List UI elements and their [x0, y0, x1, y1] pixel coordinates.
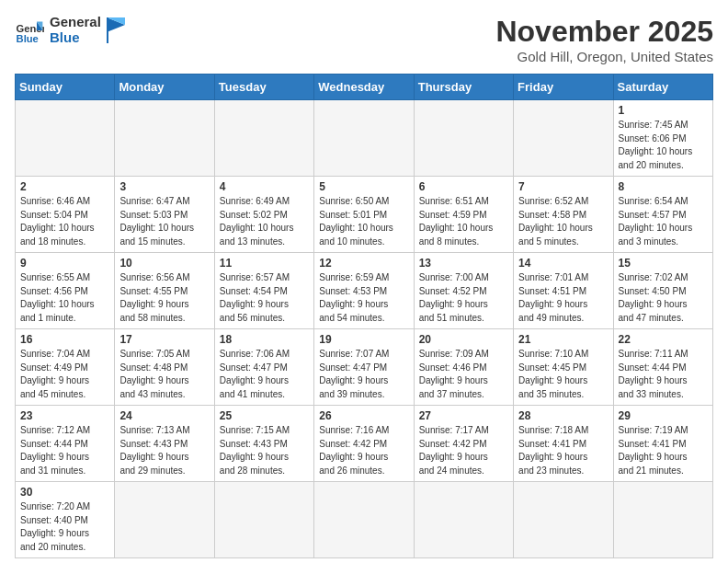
- calendar-week-row: 9Sunrise: 6:55 AM Sunset: 4:56 PM Daylig…: [16, 253, 713, 329]
- calendar-cell: 5Sunrise: 6:50 AM Sunset: 5:01 PM Daylig…: [314, 177, 414, 253]
- weekday-header-row: SundayMondayTuesdayWednesdayThursdayFrid…: [16, 75, 713, 100]
- day-info: Sunrise: 7:02 AM Sunset: 4:50 PM Dayligh…: [619, 271, 708, 325]
- day-info: Sunrise: 7:13 AM Sunset: 4:43 PM Dayligh…: [119, 424, 209, 477]
- calendar-cell: 1Sunrise: 7:45 AM Sunset: 6:06 PM Daylig…: [613, 100, 712, 177]
- calendar-cell: 19Sunrise: 7:07 AM Sunset: 4:47 PM Dayli…: [314, 329, 414, 406]
- weekday-header-thursday: Thursday: [414, 75, 513, 100]
- calendar-cell: [314, 100, 414, 177]
- day-info: Sunrise: 6:46 AM Sunset: 5:04 PM Dayligh…: [20, 195, 109, 248]
- day-info: Sunrise: 6:47 AM Sunset: 5:03 PM Dayligh…: [119, 195, 209, 248]
- weekday-header-sunday: Sunday: [16, 75, 115, 100]
- day-info: Sunrise: 6:50 AM Sunset: 5:01 PM Dayligh…: [319, 195, 408, 248]
- calendar-cell: 10Sunrise: 6:56 AM Sunset: 4:55 PM Dayli…: [115, 253, 214, 329]
- day-number: 18: [220, 333, 309, 346]
- calendar-cell: 22Sunrise: 7:11 AM Sunset: 4:44 PM Dayli…: [613, 329, 712, 406]
- month-title: November 2025: [495, 15, 713, 49]
- day-info: Sunrise: 6:51 AM Sunset: 4:59 PM Dayligh…: [419, 195, 508, 248]
- day-info: Sunrise: 7:11 AM Sunset: 4:44 PM Dayligh…: [619, 348, 708, 401]
- calendar-cell: [214, 482, 313, 558]
- generalblue-logo-icon: General Blue: [15, 16, 44, 45]
- calendar-cell: 2Sunrise: 6:46 AM Sunset: 5:04 PM Daylig…: [16, 177, 115, 253]
- calendar-cell: 6Sunrise: 6:51 AM Sunset: 4:59 PM Daylig…: [414, 177, 513, 253]
- day-number: 6: [419, 180, 508, 193]
- day-info: Sunrise: 7:16 AM Sunset: 4:42 PM Dayligh…: [319, 424, 408, 477]
- calendar-cell: 29Sunrise: 7:19 AM Sunset: 4:41 PM Dayli…: [613, 406, 712, 482]
- day-info: Sunrise: 7:15 AM Sunset: 4:43 PM Dayligh…: [220, 424, 309, 477]
- calendar-cell: [16, 100, 115, 177]
- day-info: Sunrise: 7:12 AM Sunset: 4:44 PM Dayligh…: [20, 424, 109, 477]
- day-info: Sunrise: 7:10 AM Sunset: 4:45 PM Dayligh…: [518, 348, 608, 401]
- day-number: 25: [220, 409, 309, 422]
- calendar-cell: [115, 482, 214, 558]
- day-number: 12: [319, 257, 408, 270]
- logo-general-text: General: [50, 15, 101, 30]
- day-number: 27: [419, 409, 508, 422]
- calendar-cell: [314, 482, 414, 558]
- calendar-cell: 20Sunrise: 7:09 AM Sunset: 4:46 PM Dayli…: [414, 329, 513, 406]
- calendar-cell: 3Sunrise: 6:47 AM Sunset: 5:03 PM Daylig…: [115, 177, 214, 253]
- calendar-week-row: 2Sunrise: 6:46 AM Sunset: 5:04 PM Daylig…: [16, 177, 713, 253]
- calendar-cell: 15Sunrise: 7:02 AM Sunset: 4:50 PM Dayli…: [613, 253, 712, 329]
- calendar-cell: 12Sunrise: 6:59 AM Sunset: 4:53 PM Dayli…: [314, 253, 414, 329]
- calendar-cell: 21Sunrise: 7:10 AM Sunset: 4:45 PM Dayli…: [514, 329, 613, 406]
- calendar-table: SundayMondayTuesdayWednesdayThursdayFrid…: [15, 74, 713, 558]
- day-info: Sunrise: 6:52 AM Sunset: 4:58 PM Dayligh…: [518, 195, 608, 248]
- logo-blue-text: Blue: [50, 30, 101, 46]
- day-number: 19: [319, 333, 408, 346]
- location-title: Gold Hill, Oregon, United States: [495, 49, 713, 64]
- page-header: General Blue General Blue November 2025 …: [15, 15, 713, 64]
- calendar-cell: [613, 482, 712, 558]
- calendar-cell: [414, 482, 513, 558]
- calendar-week-row: 16Sunrise: 7:04 AM Sunset: 4:49 PM Dayli…: [16, 329, 713, 406]
- day-info: Sunrise: 6:49 AM Sunset: 5:02 PM Dayligh…: [220, 195, 309, 248]
- day-number: 30: [20, 486, 109, 499]
- day-info: Sunrise: 6:56 AM Sunset: 4:55 PM Dayligh…: [119, 271, 209, 325]
- calendar-cell: [414, 100, 513, 177]
- day-number: 24: [119, 409, 209, 422]
- day-number: 10: [119, 257, 209, 270]
- calendar-cell: [115, 100, 214, 177]
- day-number: 17: [119, 333, 209, 346]
- calendar-cell: 25Sunrise: 7:15 AM Sunset: 4:43 PM Dayli…: [214, 406, 313, 482]
- day-number: 7: [518, 180, 608, 193]
- day-number: 28: [518, 409, 608, 422]
- weekday-header-saturday: Saturday: [613, 75, 712, 100]
- calendar-cell: [214, 100, 313, 177]
- weekday-header-wednesday: Wednesday: [314, 75, 414, 100]
- svg-rect-6: [107, 17, 108, 43]
- calendar-cell: 7Sunrise: 6:52 AM Sunset: 4:58 PM Daylig…: [514, 177, 613, 253]
- day-info: Sunrise: 7:45 AM Sunset: 6:06 PM Dayligh…: [619, 119, 708, 172]
- day-info: Sunrise: 7:20 AM Sunset: 4:40 PM Dayligh…: [20, 500, 109, 554]
- day-info: Sunrise: 6:54 AM Sunset: 4:57 PM Dayligh…: [619, 195, 708, 248]
- calendar-cell: 14Sunrise: 7:01 AM Sunset: 4:51 PM Dayli…: [514, 253, 613, 329]
- day-info: Sunrise: 7:18 AM Sunset: 4:41 PM Dayligh…: [518, 424, 608, 477]
- day-info: Sunrise: 6:57 AM Sunset: 4:54 PM Dayligh…: [220, 271, 309, 325]
- day-number: 26: [319, 409, 408, 422]
- day-number: 1: [619, 104, 708, 117]
- calendar-cell: [514, 482, 613, 558]
- calendar-cell: 4Sunrise: 6:49 AM Sunset: 5:02 PM Daylig…: [214, 177, 313, 253]
- calendar-cell: 11Sunrise: 6:57 AM Sunset: 4:54 PM Dayli…: [214, 253, 313, 329]
- day-number: 4: [220, 180, 309, 193]
- day-info: Sunrise: 6:59 AM Sunset: 4:53 PM Dayligh…: [319, 271, 408, 325]
- day-number: 13: [419, 257, 508, 270]
- weekday-header-monday: Monday: [115, 75, 214, 100]
- calendar-cell: [514, 100, 613, 177]
- day-info: Sunrise: 7:05 AM Sunset: 4:48 PM Dayligh…: [119, 348, 209, 401]
- day-number: 9: [20, 257, 109, 270]
- day-info: Sunrise: 6:55 AM Sunset: 4:56 PM Dayligh…: [20, 271, 109, 325]
- day-info: Sunrise: 7:07 AM Sunset: 4:47 PM Dayligh…: [319, 348, 408, 401]
- calendar-week-row: 23Sunrise: 7:12 AM Sunset: 4:44 PM Dayli…: [16, 406, 713, 482]
- calendar-cell: 8Sunrise: 6:54 AM Sunset: 4:57 PM Daylig…: [613, 177, 712, 253]
- day-number: 22: [619, 333, 708, 346]
- calendar-cell: 23Sunrise: 7:12 AM Sunset: 4:44 PM Dayli…: [16, 406, 115, 482]
- day-number: 5: [319, 180, 408, 193]
- calendar-cell: 28Sunrise: 7:18 AM Sunset: 4:41 PM Dayli…: [514, 406, 613, 482]
- day-info: Sunrise: 7:09 AM Sunset: 4:46 PM Dayligh…: [419, 348, 508, 401]
- day-number: 16: [20, 333, 109, 346]
- title-area: November 2025 Gold Hill, Oregon, United …: [495, 15, 713, 64]
- calendar-cell: 18Sunrise: 7:06 AM Sunset: 4:47 PM Dayli…: [214, 329, 313, 406]
- day-number: 15: [619, 257, 708, 270]
- day-info: Sunrise: 7:00 AM Sunset: 4:52 PM Dayligh…: [419, 271, 508, 325]
- day-info: Sunrise: 7:19 AM Sunset: 4:41 PM Dayligh…: [619, 424, 708, 477]
